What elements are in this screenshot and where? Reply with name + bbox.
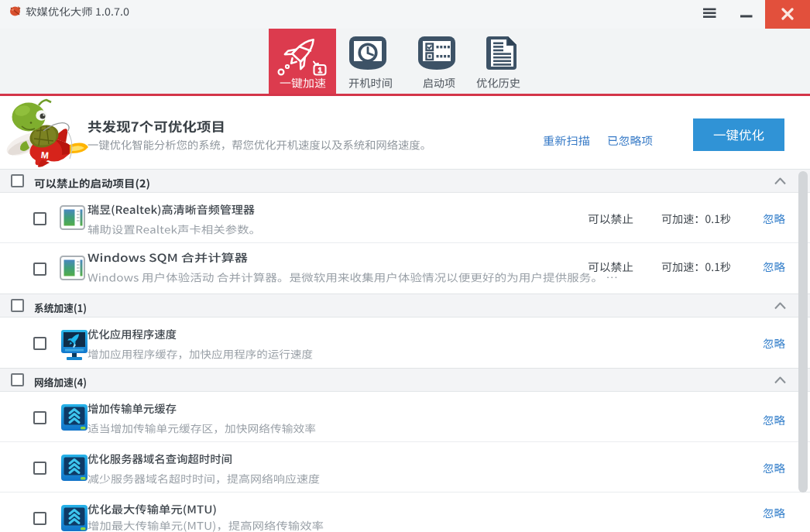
svg-text:M: M [40, 149, 49, 161]
